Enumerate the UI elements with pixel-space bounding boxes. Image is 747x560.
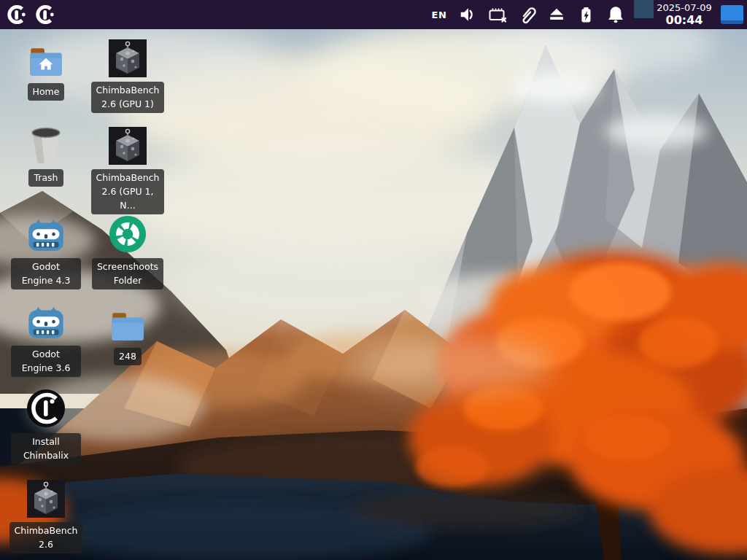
clipboard-icon[interactable] (518, 4, 537, 26)
top-panel: EN (0, 0, 747, 29)
desktop-icon-label: ChimbaBench 2.6 (GPU 1, N... (91, 169, 165, 214)
folder-icon (108, 303, 147, 343)
desktop-icon-label: Install Chimbalix (11, 433, 81, 464)
system-tray: EN (430, 0, 626, 29)
card-disconnected-icon[interactable] (487, 4, 508, 26)
workspace-switcher[interactable] (721, 5, 743, 24)
desktop-icon-install-chimbalix[interactable]: Install Chimbalix (11, 388, 81, 464)
panel-launchers (4, 3, 56, 26)
desktop: EN (0, 0, 747, 560)
chimbalix-launcher-1[interactable] (4, 3, 28, 26)
desktop-icon-godot-36[interactable]: Godot Engine 3.6 (11, 300, 81, 377)
chimbalix-installer-icon (26, 388, 66, 429)
desktop-icon-folder-248[interactable]: 248 (93, 303, 163, 365)
desktop-icon-chimbabench[interactable]: ChimbaBench 2.6 (11, 477, 81, 553)
trash-icon (28, 124, 64, 165)
desktop-icon-chimbabench-gpu1-n[interactable]: ChimbaBench 2.6 (GPU 1, N... (93, 124, 163, 214)
desktop-icon-screenshoots-folder[interactable]: Screenshoots Folder (93, 213, 163, 289)
desktop-icon-label: Godot Engine 4.3 (11, 258, 81, 289)
keyboard-layout-indicator[interactable]: EN (430, 4, 448, 26)
panel-time: 00:44 (648, 14, 721, 27)
chimbabench-cube-icon (109, 127, 147, 165)
home-folder-icon (26, 38, 66, 79)
notifications-bell-icon[interactable] (605, 4, 626, 26)
chimbalix-logo-icon (5, 4, 27, 26)
eject-icon[interactable] (547, 4, 566, 26)
chimbabench-cube-icon (109, 39, 147, 77)
desktop-icon-trash[interactable]: Trash (11, 124, 81, 187)
desktop-icon-label: 248 (114, 348, 142, 365)
volume-icon[interactable] (458, 4, 477, 26)
clock-applet[interactable]: 2025-07-09 00:44 (648, 2, 721, 27)
chimbalix-logo-icon (34, 4, 55, 26)
desktop-icon-label: Trash (28, 169, 63, 187)
chimbalix-launcher-2[interactable] (33, 3, 56, 26)
desktop-icon-chimbabench-gpu1[interactable]: ChimbaBench 2.6 (GPU 1) (93, 36, 163, 113)
desktop-icon-label: Screenshoots Folder (92, 258, 163, 289)
desktop-icon-label: ChimbaBench 2.6 (9, 522, 83, 553)
godot-icon (26, 213, 66, 254)
desktop-icon-godot-43[interactable]: Godot Engine 4.3 (11, 213, 81, 289)
desktop-icon-label: Home (28, 83, 65, 101)
godot-icon (26, 300, 66, 341)
desktop-icon-label: ChimbaBench 2.6 (GPU 1) (91, 82, 165, 113)
panel-date: 2025-07-09 (648, 2, 721, 14)
chimbabench-cube-icon (27, 480, 65, 518)
screenshots-folder-icon (108, 213, 147, 254)
desktop-icon-home[interactable]: Home (11, 38, 81, 101)
battery-charging-icon[interactable] (576, 4, 595, 26)
desktop-icon-label: Godot Engine 3.6 (11, 346, 81, 377)
